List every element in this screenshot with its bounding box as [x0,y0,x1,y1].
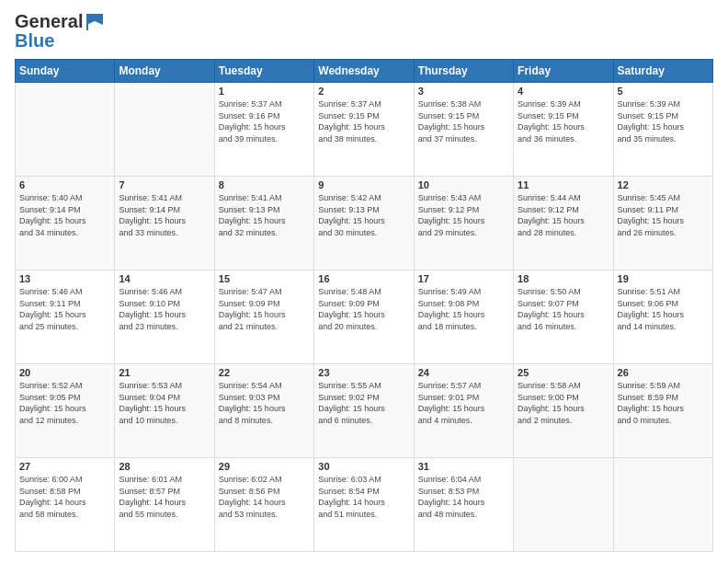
col-header-friday: Friday [514,60,613,83]
day-info: Sunrise: 5:49 AM Sunset: 9:08 PM Dayligh… [418,286,509,332]
calendar-cell [514,458,613,552]
day-info: Sunrise: 5:51 AM Sunset: 9:06 PM Dayligh… [618,286,709,332]
day-number: 16 [318,273,409,284]
col-header-tuesday: Tuesday [214,60,313,83]
day-number: 30 [318,461,409,472]
day-number: 18 [518,273,609,284]
calendar-cell: 30Sunrise: 6:03 AM Sunset: 8:54 PM Dayli… [314,458,414,552]
calendar-cell: 15Sunrise: 5:47 AM Sunset: 9:09 PM Dayli… [214,270,313,364]
day-number: 17 [418,273,509,284]
day-number: 19 [618,273,709,284]
day-info: Sunrise: 5:42 AM Sunset: 9:13 PM Dayligh… [318,192,409,238]
day-number: 25 [518,367,609,378]
calendar-cell: 11Sunrise: 5:44 AM Sunset: 9:12 PM Dayli… [514,177,613,270]
calendar-cell [613,458,712,552]
week-row-3: 13Sunrise: 5:46 AM Sunset: 9:11 PM Dayli… [16,270,713,364]
day-number: 22 [219,367,310,378]
calendar-cell: 17Sunrise: 5:49 AM Sunset: 9:08 PM Dayli… [414,270,513,364]
calendar-cell: 9Sunrise: 5:42 AM Sunset: 9:13 PM Daylig… [314,177,414,270]
day-info: Sunrise: 5:59 AM Sunset: 8:59 PM Dayligh… [618,380,709,426]
day-number: 6 [19,179,110,190]
day-number: 27 [19,461,110,472]
calendar-cell: 31Sunrise: 6:04 AM Sunset: 8:53 PM Dayli… [414,458,513,552]
day-number: 2 [318,86,409,97]
calendar-cell: 23Sunrise: 5:55 AM Sunset: 9:02 PM Dayli… [314,364,414,458]
calendar-cell: 14Sunrise: 5:46 AM Sunset: 9:10 PM Dayli… [115,270,214,364]
day-info: Sunrise: 5:47 AM Sunset: 9:09 PM Dayligh… [219,286,310,332]
day-number: 13 [19,273,110,284]
calendar-body: 1Sunrise: 5:37 AM Sunset: 9:16 PM Daylig… [16,83,713,552]
day-info: Sunrise: 5:41 AM Sunset: 9:13 PM Dayligh… [219,192,310,238]
day-info: Sunrise: 5:39 AM Sunset: 9:15 PM Dayligh… [518,98,609,144]
week-row-1: 1Sunrise: 5:37 AM Sunset: 9:16 PM Daylig… [16,83,713,177]
day-info: Sunrise: 5:45 AM Sunset: 9:11 PM Dayligh… [618,192,709,238]
day-number: 14 [119,273,210,284]
week-row-5: 27Sunrise: 6:00 AM Sunset: 8:58 PM Dayli… [16,458,713,552]
day-number: 7 [119,179,210,190]
calendar-cell: 3Sunrise: 5:38 AM Sunset: 9:15 PM Daylig… [414,83,513,177]
calendar-cell: 21Sunrise: 5:53 AM Sunset: 9:04 PM Dayli… [115,364,214,458]
day-number: 29 [219,461,310,472]
header: General Blue [15,11,713,52]
day-number: 4 [518,86,609,97]
calendar-cell: 4Sunrise: 5:39 AM Sunset: 9:15 PM Daylig… [514,83,613,177]
calendar-cell: 16Sunrise: 5:48 AM Sunset: 9:09 PM Dayli… [314,270,414,364]
day-info: Sunrise: 5:50 AM Sunset: 9:07 PM Dayligh… [518,286,609,332]
calendar-cell: 7Sunrise: 5:41 AM Sunset: 9:14 PM Daylig… [115,177,214,270]
calendar-cell: 26Sunrise: 5:59 AM Sunset: 8:59 PM Dayli… [613,364,712,458]
day-info: Sunrise: 5:43 AM Sunset: 9:12 PM Dayligh… [418,192,509,238]
day-info: Sunrise: 6:01 AM Sunset: 8:57 PM Dayligh… [119,474,210,520]
day-info: Sunrise: 5:48 AM Sunset: 9:09 PM Dayligh… [318,286,409,332]
logo: General Blue [15,11,105,52]
svg-marker-0 [86,14,103,25]
calendar-cell: 20Sunrise: 5:52 AM Sunset: 9:05 PM Dayli… [16,364,115,458]
calendar-cell [115,83,214,177]
day-number: 23 [318,367,409,378]
calendar-table: SundayMondayTuesdayWednesdayThursdayFrid… [15,59,713,552]
day-info: Sunrise: 6:04 AM Sunset: 8:53 PM Dayligh… [418,474,509,520]
calendar-cell [16,83,115,177]
calendar-cell: 29Sunrise: 6:02 AM Sunset: 8:56 PM Dayli… [214,458,313,552]
calendar-cell: 19Sunrise: 5:51 AM Sunset: 9:06 PM Dayli… [613,270,712,364]
calendar-cell: 12Sunrise: 5:45 AM Sunset: 9:11 PM Dayli… [613,177,712,270]
col-header-sunday: Sunday [16,60,115,83]
day-info: Sunrise: 5:46 AM Sunset: 9:11 PM Dayligh… [19,286,110,332]
day-number: 1 [219,86,310,97]
day-number: 20 [19,367,110,378]
day-info: Sunrise: 5:57 AM Sunset: 9:01 PM Dayligh… [418,380,509,426]
day-info: Sunrise: 5:37 AM Sunset: 9:16 PM Dayligh… [219,98,310,144]
day-info: Sunrise: 6:03 AM Sunset: 8:54 PM Dayligh… [318,474,409,520]
col-header-wednesday: Wednesday [314,60,414,83]
week-row-4: 20Sunrise: 5:52 AM Sunset: 9:05 PM Dayli… [16,364,713,458]
calendar-cell: 1Sunrise: 5:37 AM Sunset: 9:16 PM Daylig… [214,83,313,177]
day-info: Sunrise: 6:02 AM Sunset: 8:56 PM Dayligh… [219,474,310,520]
calendar-cell: 6Sunrise: 5:40 AM Sunset: 9:14 PM Daylig… [16,177,115,270]
day-number: 28 [119,461,210,472]
day-info: Sunrise: 5:52 AM Sunset: 9:05 PM Dayligh… [19,380,110,426]
day-info: Sunrise: 5:39 AM Sunset: 9:15 PM Dayligh… [618,98,709,144]
col-header-thursday: Thursday [414,60,513,83]
page: General Blue SundayMondayTuesdayWednesda… [0,0,728,563]
calendar-cell: 10Sunrise: 5:43 AM Sunset: 9:12 PM Dayli… [414,177,513,270]
day-info: Sunrise: 5:58 AM Sunset: 9:00 PM Dayligh… [518,380,609,426]
day-number: 15 [219,273,310,284]
day-number: 26 [618,367,709,378]
day-info: Sunrise: 5:46 AM Sunset: 9:10 PM Dayligh… [119,286,210,332]
calendar-cell: 5Sunrise: 5:39 AM Sunset: 9:15 PM Daylig… [613,83,712,177]
calendar-cell: 25Sunrise: 5:58 AM Sunset: 9:00 PM Dayli… [514,364,613,458]
day-info: Sunrise: 5:38 AM Sunset: 9:15 PM Dayligh… [418,98,509,144]
day-info: Sunrise: 5:41 AM Sunset: 9:14 PM Dayligh… [119,192,210,238]
day-number: 31 [418,461,509,472]
day-number: 12 [618,179,709,190]
calendar-cell: 8Sunrise: 5:41 AM Sunset: 9:13 PM Daylig… [214,177,313,270]
day-number: 3 [418,86,509,97]
day-number: 5 [618,86,709,97]
calendar-cell: 18Sunrise: 5:50 AM Sunset: 9:07 PM Dayli… [514,270,613,364]
day-info: Sunrise: 5:44 AM Sunset: 9:12 PM Dayligh… [518,192,609,238]
calendar-cell: 13Sunrise: 5:46 AM Sunset: 9:11 PM Dayli… [16,270,115,364]
calendar-cell: 27Sunrise: 6:00 AM Sunset: 8:58 PM Dayli… [16,458,115,552]
day-info: Sunrise: 5:55 AM Sunset: 9:02 PM Dayligh… [318,380,409,426]
day-info: Sunrise: 5:54 AM Sunset: 9:03 PM Dayligh… [219,380,310,426]
calendar-cell: 2Sunrise: 5:37 AM Sunset: 9:15 PM Daylig… [314,83,414,177]
day-number: 11 [518,179,609,190]
